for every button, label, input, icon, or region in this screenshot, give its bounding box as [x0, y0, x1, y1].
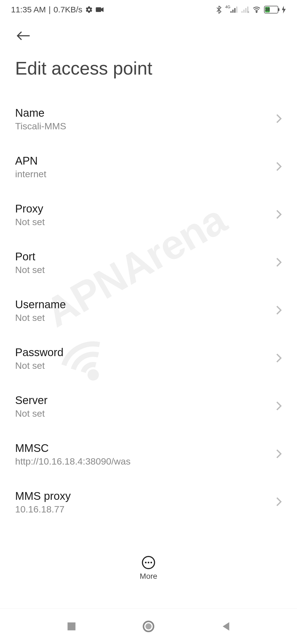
svg-rect-3 [232, 10, 233, 13]
svg-rect-4 [234, 8, 235, 13]
status-data-rate: 0.7KB/s [54, 5, 82, 14]
status-time: 11:35 AM [11, 5, 46, 14]
setting-value: Not set [15, 312, 276, 323]
nav-recent-button[interactable] [61, 615, 82, 637]
status-left: 11:35 AM | 0.7KB/s [11, 5, 104, 14]
wifi-icon [252, 6, 261, 13]
bluetooth-icon [216, 6, 222, 14]
setting-row-mms-proxy[interactable]: MMS proxy 10.16.18.77 [15, 478, 282, 526]
status-right: 4G × 38 [216, 6, 286, 14]
camera-icon [96, 7, 104, 13]
setting-row-server[interactable]: Server Not set [15, 383, 282, 430]
chevron-right-icon [276, 209, 282, 220]
chevron-right-icon [276, 449, 282, 460]
setting-value: Tiscali-MMS [15, 121, 276, 132]
setting-label: MMSC [15, 442, 276, 454]
back-button[interactable] [15, 28, 32, 44]
svg-rect-13 [68, 622, 76, 630]
chevron-right-icon [276, 497, 282, 508]
svg-text:×: × [247, 10, 249, 13]
status-bar: 11:35 AM | 0.7KB/s 4G × 38 [0, 0, 297, 19]
circle-icon [142, 620, 155, 632]
signal-1-icon: 4G [225, 6, 238, 13]
setting-value: 10.16.18.77 [15, 504, 276, 515]
signal-2-icon: × [241, 6, 249, 13]
setting-value: Not set [15, 408, 276, 419]
nav-bar [0, 608, 297, 644]
setting-value: internet [15, 169, 276, 179]
setting-row-port[interactable]: Port Not set [15, 239, 282, 287]
setting-label: Password [15, 346, 276, 359]
status-separator: | [49, 5, 51, 14]
settings-list: Name Tiscali-MMS APN internet Proxy Not … [0, 95, 297, 526]
arrow-left-icon [16, 30, 31, 41]
setting-row-mmsc[interactable]: MMSC http://10.16.18.4:38090/was [15, 430, 282, 478]
setting-value: http://10.16.18.4:38090/was [15, 456, 276, 467]
header-area [0, 19, 297, 50]
svg-rect-1 [96, 7, 101, 12]
setting-row-username[interactable]: Username Not set [15, 287, 282, 335]
battery-icon: 38 [264, 6, 278, 13]
chevron-right-icon [276, 114, 282, 125]
nav-back-button[interactable] [215, 615, 237, 637]
setting-label: MMS proxy [15, 490, 276, 502]
chevron-right-icon [276, 401, 282, 412]
setting-label: Port [15, 250, 276, 263]
setting-row-name[interactable]: Name Tiscali-MMS [15, 95, 282, 143]
chevron-right-icon [276, 305, 282, 316]
nav-home-button[interactable] [138, 615, 160, 637]
setting-value: Not set [15, 360, 276, 371]
setting-row-apn[interactable]: APN internet [15, 143, 282, 191]
chevron-right-icon [276, 353, 282, 364]
chevron-right-icon [276, 257, 282, 268]
svg-rect-2 [230, 11, 232, 13]
more-label: More [140, 572, 157, 581]
setting-row-password[interactable]: Password Not set [15, 335, 282, 383]
svg-point-11 [256, 12, 257, 13]
charging-icon [282, 6, 286, 13]
svg-point-15 [145, 623, 152, 629]
gear-icon [85, 6, 93, 13]
setting-label: Username [15, 298, 276, 311]
setting-label: Server [15, 394, 276, 406]
svg-rect-7 [243, 10, 244, 13]
triangle-left-icon [221, 621, 230, 632]
page-title: Edit access point [0, 50, 297, 95]
chevron-right-icon [276, 162, 282, 173]
setting-label: Proxy [15, 203, 276, 215]
more-icon [142, 556, 155, 569]
setting-value: Not set [15, 217, 276, 227]
svg-rect-5 [236, 7, 237, 13]
setting-label: Name [15, 107, 276, 119]
more-button[interactable]: More [0, 556, 297, 581]
svg-rect-6 [241, 11, 243, 13]
setting-value: Not set [15, 264, 276, 275]
svg-rect-8 [245, 8, 246, 13]
square-icon [67, 621, 76, 631]
setting-label: APN [15, 155, 276, 167]
battery-level: 38 [265, 7, 270, 12]
setting-row-proxy[interactable]: Proxy Not set [15, 191, 282, 239]
